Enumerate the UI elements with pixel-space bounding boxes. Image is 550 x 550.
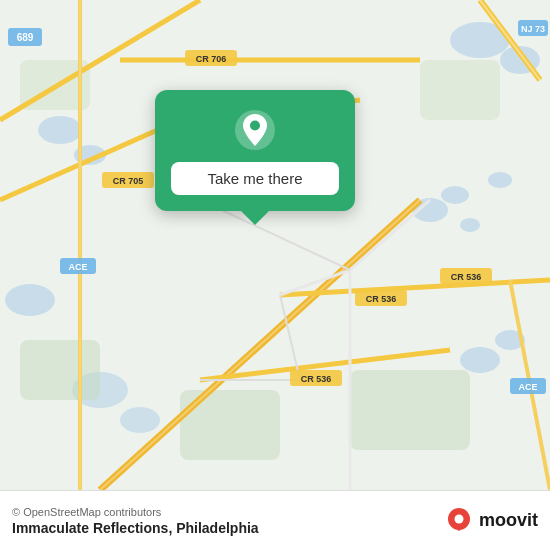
info-left: © OpenStreetMap contributors Immaculate …	[12, 506, 259, 536]
location-name: Immaculate Reflections, Philadelphia	[12, 520, 259, 536]
svg-point-6	[441, 186, 469, 204]
svg-point-10	[460, 347, 500, 373]
svg-text:CR 536: CR 536	[366, 294, 397, 304]
map-container: 689 CR 706 CR 705 ACE CR 536 CR 536 CR 5…	[0, 0, 550, 490]
svg-point-57	[250, 121, 260, 131]
svg-rect-16	[420, 60, 500, 120]
svg-text:689: 689	[17, 32, 34, 43]
svg-text:CR 536: CR 536	[301, 374, 332, 384]
svg-point-8	[488, 172, 512, 188]
moovit-text: moovit	[479, 510, 538, 531]
svg-point-7	[460, 218, 480, 232]
svg-point-9	[5, 284, 55, 316]
location-pin-icon	[233, 108, 277, 152]
svg-point-59	[454, 514, 463, 523]
take-me-there-button[interactable]: Take me there	[171, 162, 339, 195]
svg-text:CR 536: CR 536	[451, 272, 482, 282]
svg-point-13	[120, 407, 160, 433]
svg-point-3	[38, 116, 82, 144]
svg-text:CR 706: CR 706	[196, 54, 227, 64]
svg-text:ACE: ACE	[68, 262, 87, 272]
svg-rect-15	[20, 340, 100, 400]
moovit-logo: moovit	[445, 507, 538, 535]
svg-text:ACE: ACE	[518, 382, 537, 392]
svg-text:NJ 73: NJ 73	[521, 24, 545, 34]
svg-rect-14	[350, 370, 470, 450]
popup-card: Take me there	[155, 90, 355, 211]
osm-credit: © OpenStreetMap contributors	[12, 506, 259, 518]
info-bar: © OpenStreetMap contributors Immaculate …	[0, 490, 550, 550]
svg-text:CR 705: CR 705	[113, 176, 144, 186]
moovit-brand-icon	[445, 507, 473, 535]
